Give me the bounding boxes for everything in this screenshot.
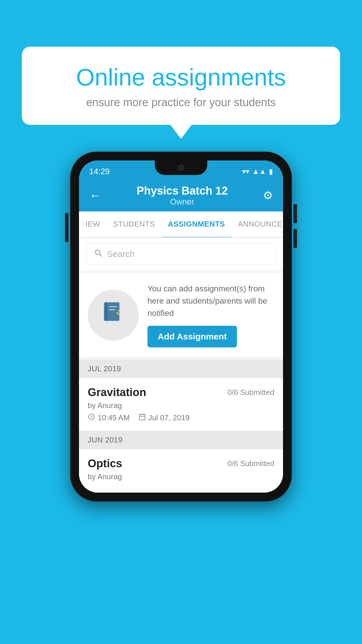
assignment-time: 10:45 AM	[98, 413, 130, 422]
promo-description: You can add assignment(s) from here and …	[147, 283, 274, 319]
speech-bubble-subtext: ensure more practice for your students	[42, 96, 320, 109]
svg-rect-4	[109, 306, 117, 307]
tab-assignments[interactable]: ASSIGNMENTS	[161, 211, 231, 238]
svg-point-0	[95, 250, 100, 255]
volume-up-button	[294, 204, 297, 223]
assignment-date: Jul 07, 2019	[148, 413, 190, 422]
promo-icon-circle	[88, 290, 139, 341]
power-button	[65, 213, 68, 242]
date-meta: Jul 07, 2019	[138, 413, 190, 422]
promo-card: You can add assignment(s) from here and …	[79, 273, 283, 357]
wifi-icon: ▾▾	[242, 167, 249, 176]
search-box[interactable]: Search	[86, 243, 276, 265]
calendar-icon	[138, 413, 146, 422]
status-icons: ▾▾ ▲▲ ▮	[242, 167, 273, 176]
phone-frame: 14:29 ▾▾ ▲▲ ▮ ← Physics Batch 12 Owner ⚙…	[70, 152, 292, 501]
search-container: Search	[79, 238, 283, 270]
assignment-item-optics[interactable]: Optics 0/6 Submitted by Anurag	[79, 449, 283, 493]
phone-notch	[155, 160, 207, 175]
assignment-author-gravitation: by Anurag	[88, 401, 274, 410]
phone-camera	[178, 164, 184, 171]
assignment-title-gravitation: Gravitation	[88, 386, 146, 399]
status-time: 14:29	[89, 167, 110, 176]
assignment-top-row: Gravitation 0/6 Submitted	[88, 386, 274, 399]
assignment-top-row-optics: Optics 0/6 Submitted	[88, 457, 274, 470]
assignment-item-gravitation[interactable]: Gravitation 0/6 Submitted by Anurag 10:4…	[79, 378, 283, 431]
search-placeholder: Search	[107, 249, 135, 259]
submitted-badge-optics: 0/6 Submitted	[228, 459, 274, 468]
promo-text-area: You can add assignment(s) from here and …	[147, 283, 274, 347]
header-title: Physics Batch 12	[137, 185, 228, 197]
header-center: Physics Batch 12 Owner	[137, 185, 228, 206]
section-header-jun: JUN 2019	[79, 431, 283, 449]
search-icon	[94, 249, 103, 260]
speech-bubble: Online assignments ensure more practice …	[22, 47, 340, 125]
section-header-jul: JUL 2019	[79, 360, 283, 378]
assignment-meta-gravitation: 10:45 AM Jul 07, 2019	[88, 413, 274, 422]
add-assignment-button[interactable]: Add Assignment	[147, 326, 237, 347]
svg-rect-5	[109, 309, 115, 310]
svg-rect-9	[139, 414, 145, 420]
speech-bubble-heading: Online assignments	[42, 64, 320, 90]
app-header: ← Physics Batch 12 Owner ⚙	[79, 179, 283, 211]
notebook-icon	[101, 300, 126, 330]
settings-icon[interactable]: ⚙	[263, 189, 273, 202]
signal-icon: ▲▲	[252, 167, 266, 176]
back-button[interactable]: ←	[89, 188, 101, 202]
phone-screen: 14:29 ▾▾ ▲▲ ▮ ← Physics Batch 12 Owner ⚙…	[79, 160, 283, 493]
volume-down-button	[294, 229, 297, 248]
battery-icon: ▮	[269, 167, 273, 176]
clock-icon	[88, 413, 95, 422]
tab-announcements[interactable]: ANNOUNCEM	[231, 211, 283, 237]
time-meta: 10:45 AM	[88, 413, 130, 422]
tabs-bar: IEW STUDENTS ASSIGNMENTS ANNOUNCEM	[79, 211, 283, 238]
svg-line-1	[99, 254, 102, 256]
header-subtitle: Owner	[137, 197, 228, 206]
assignment-author-optics: by Anurag	[88, 472, 274, 481]
svg-rect-3	[105, 302, 107, 321]
tab-iew[interactable]: IEW	[79, 211, 107, 237]
phone-container: 14:29 ▾▾ ▲▲ ▮ ← Physics Batch 12 Owner ⚙…	[70, 152, 292, 501]
speech-bubble-container: Online assignments ensure more practice …	[22, 47, 340, 125]
tab-students[interactable]: STUDENTS	[107, 211, 161, 237]
assignment-title-optics: Optics	[88, 457, 122, 470]
submitted-badge-gravitation: 0/6 Submitted	[228, 388, 274, 397]
